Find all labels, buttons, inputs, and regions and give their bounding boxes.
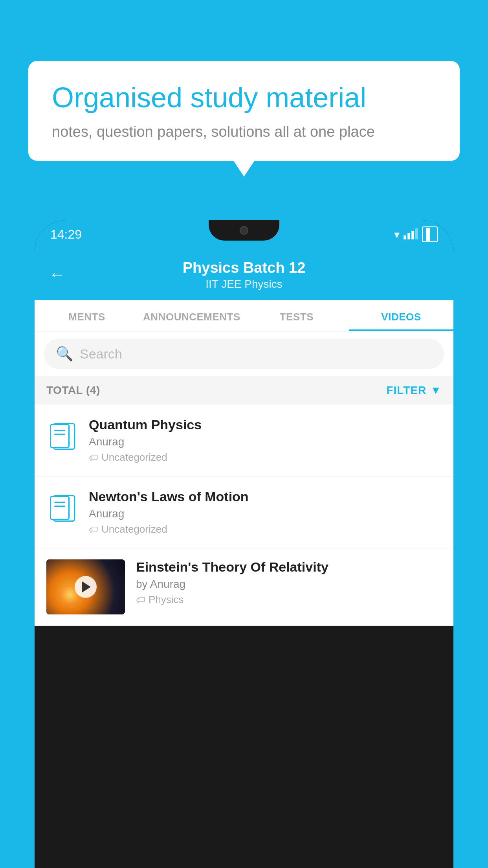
phone-frame: 14:29 ▾ ▌ ← Physics Batch 12 IIT JEE: [35, 220, 453, 868]
signal-icon: [404, 229, 418, 239]
tag-icon: 🏷: [89, 524, 98, 535]
speech-bubble: Organised study material notes, question…: [28, 61, 460, 161]
wifi-icon: ▾: [394, 228, 400, 241]
video-info: Einstein's Theory Of Relativity by Anura…: [136, 559, 442, 606]
tab-videos[interactable]: VIDEOS: [349, 300, 453, 331]
video-thumb-icon: [46, 489, 78, 524]
back-button[interactable]: ←: [49, 265, 65, 284]
tab-tests[interactable]: TESTS: [244, 300, 349, 331]
list-item[interactable]: Einstein's Theory Of Relativity by Anura…: [35, 548, 453, 626]
video-thumbnail: [46, 559, 125, 614]
filter-label: FILTER: [386, 384, 426, 397]
search-placeholder: Search: [80, 346, 122, 362]
speech-bubble-wrapper: Organised study material notes, question…: [28, 61, 460, 161]
status-time: 14:29: [50, 227, 82, 242]
notch-camera: [240, 226, 248, 235]
video-info: Quantum Physics Anurag 🏷 Uncategorized: [89, 417, 442, 463]
header-subtitle: IIT JEE Physics: [183, 278, 306, 291]
speech-bubble-heading: Organised study material: [52, 81, 436, 114]
speech-bubble-subtext: notes, question papers, solutions all at…: [52, 123, 436, 140]
video-title: Einstein's Theory Of Relativity: [136, 559, 442, 575]
video-thumb-icon: [46, 417, 78, 452]
search-icon: 🔍: [56, 346, 73, 362]
screen-content: ← Physics Batch 12 IIT JEE Physics MENTS…: [35, 248, 453, 868]
tag-text: Physics: [149, 594, 184, 606]
header-title: Physics Batch 12: [183, 259, 306, 276]
file-icon: [50, 492, 74, 522]
filter-row: TOTAL (4) FILTER ▼: [35, 376, 453, 405]
video-author: Anurag: [89, 436, 442, 448]
filter-icon: ▼: [430, 384, 442, 397]
tag-text: Uncategorized: [101, 523, 167, 535]
video-tag: 🏷 Physics: [136, 594, 442, 606]
video-author: Anurag: [89, 508, 442, 520]
header-title-block: Physics Batch 12 IIT JEE Physics: [183, 259, 306, 291]
subtitle-iitjee: IIT JEE: [205, 278, 241, 290]
video-info: Newton's Laws of Motion Anurag 🏷 Uncateg…: [89, 489, 442, 535]
play-button[interactable]: [75, 576, 97, 598]
app-header: ← Physics Batch 12 IIT JEE Physics: [35, 248, 453, 300]
video-list: Quantum Physics Anurag 🏷 Uncategorized: [35, 405, 453, 626]
video-author: by Anurag: [136, 578, 442, 590]
search-container: 🔍 Search: [35, 331, 453, 376]
status-icons: ▾ ▌: [394, 226, 438, 242]
tab-ments[interactable]: MENTS: [35, 300, 139, 331]
tabs-bar: MENTS ANNOUNCEMENTS TESTS VIDEOS: [35, 300, 453, 331]
filter-button[interactable]: FILTER ▼: [386, 384, 442, 397]
file-icon: [50, 420, 74, 450]
tab-announcements[interactable]: ANNOUNCEMENTS: [139, 300, 244, 331]
total-count: TOTAL (4): [46, 384, 100, 397]
tag-text: Uncategorized: [101, 451, 167, 463]
video-title: Quantum Physics: [89, 417, 442, 432]
video-title: Newton's Laws of Motion: [89, 489, 442, 504]
subtitle-physics: Physics: [244, 278, 282, 290]
phone-notch: [209, 220, 279, 241]
battery-icon: ▌: [422, 226, 438, 242]
list-item[interactable]: Quantum Physics Anurag 🏷 Uncategorized: [35, 405, 453, 476]
list-item[interactable]: Newton's Laws of Motion Anurag 🏷 Uncateg…: [35, 476, 453, 548]
tag-icon: 🏷: [136, 594, 145, 605]
tag-icon: 🏷: [89, 452, 98, 463]
search-bar[interactable]: 🔍 Search: [44, 338, 444, 369]
video-tag: 🏷 Uncategorized: [89, 451, 442, 463]
video-tag: 🏷 Uncategorized: [89, 523, 442, 535]
